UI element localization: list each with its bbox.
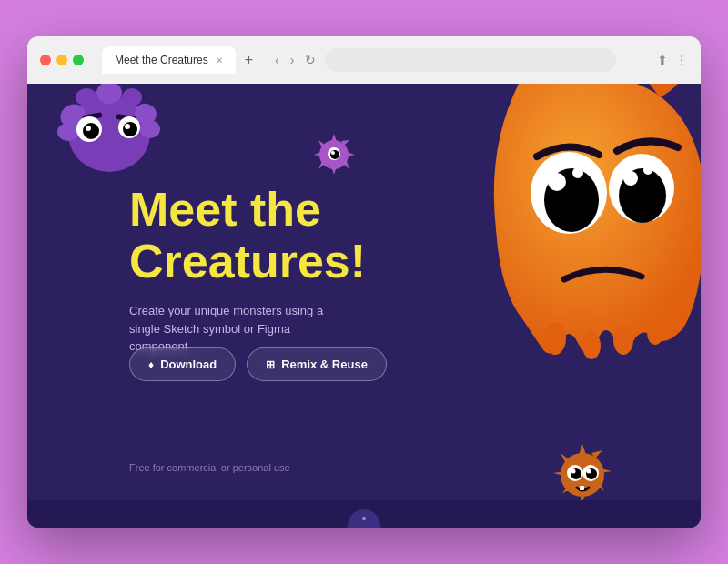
tab-label: Meet the Creatures <box>115 54 208 66</box>
hero-title-line1: Meet the <box>129 184 366 236</box>
svg-point-13 <box>123 122 137 136</box>
svg-point-26 <box>330 150 339 159</box>
svg-marker-47 <box>553 471 564 476</box>
monster-purple <box>55 84 164 179</box>
svg-rect-55 <box>580 486 584 490</box>
monster-spiky-bottom <box>546 437 619 509</box>
svg-marker-23 <box>314 152 321 156</box>
minimize-button[interactable] <box>56 55 67 65</box>
svg-point-14 <box>86 126 91 131</box>
svg-marker-17 <box>331 134 337 142</box>
menu-icon[interactable]: ⋮ <box>675 53 688 67</box>
svg-point-35 <box>643 166 652 175</box>
svg-point-36 <box>544 322 566 355</box>
page-content: Meet the Creatures! Create your unique m… <box>27 84 701 528</box>
svg-marker-19 <box>347 152 355 156</box>
browser-window: Meet the Creatures ✕ + ‹ › ↻ ⬆ ⋮ <box>27 36 701 528</box>
svg-point-38 <box>613 326 633 355</box>
toolbar-icons: ⬆ ⋮ <box>657 53 688 67</box>
refresh-button[interactable]: ↻ <box>303 51 318 69</box>
monster-orange-big <box>464 84 701 375</box>
tab-close-icon[interactable]: ✕ <box>216 55 223 65</box>
forward-button[interactable]: › <box>288 51 297 69</box>
svg-point-39 <box>647 321 663 345</box>
svg-point-5 <box>122 88 142 106</box>
svg-marker-41 <box>579 444 586 455</box>
traffic-lights <box>40 55 84 65</box>
svg-point-27 <box>331 151 335 155</box>
remix-label: Remix & Reuse <box>281 358 368 371</box>
remix-icon: ⊞ <box>266 358 275 371</box>
svg-point-4 <box>76 88 97 106</box>
svg-point-7 <box>140 120 160 138</box>
svg-marker-43 <box>601 468 612 473</box>
download-label: Download <box>160 358 217 371</box>
scroll-dot <box>362 517 366 520</box>
address-bar[interactable] <box>325 48 616 72</box>
active-tab[interactable]: Meet the Creatures ✕ <box>102 46 236 74</box>
new-tab-button[interactable]: + <box>239 50 258 70</box>
free-use-text: Free for commercial or personal use <box>129 462 290 473</box>
tab-area: Meet the Creatures ✕ + <box>102 46 258 74</box>
browser-chrome: Meet the Creatures ✕ + ‹ › ↻ ⬆ ⋮ <box>27 36 701 84</box>
svg-point-37 <box>582 332 601 359</box>
svg-point-12 <box>83 123 99 139</box>
share-icon[interactable]: ⬆ <box>657 53 668 67</box>
svg-point-32 <box>548 173 566 191</box>
svg-point-15 <box>125 124 130 129</box>
svg-point-33 <box>572 167 583 178</box>
svg-point-51 <box>571 469 576 474</box>
hero-title-line2: Creatures! <box>129 236 366 287</box>
remix-button[interactable]: ⊞ Remix & Reuse <box>247 347 387 381</box>
svg-marker-21 <box>331 166 337 175</box>
close-button[interactable] <box>40 55 51 65</box>
download-icon: ♦ <box>148 358 154 371</box>
address-bar-row: ‹ › ↻ ⬆ ⋮ <box>273 48 688 72</box>
svg-point-54 <box>587 469 592 474</box>
hero-title: Meet the Creatures! <box>129 184 366 287</box>
maximize-button[interactable] <box>73 55 84 65</box>
svg-point-6 <box>57 123 79 141</box>
svg-point-34 <box>623 171 638 186</box>
buttons-row: ♦ Download ⊞ Remix & Reuse <box>129 347 387 381</box>
back-button[interactable]: ‹ <box>273 51 281 69</box>
monster-small-center <box>309 129 359 179</box>
download-button[interactable]: ♦ Download <box>129 347 236 381</box>
